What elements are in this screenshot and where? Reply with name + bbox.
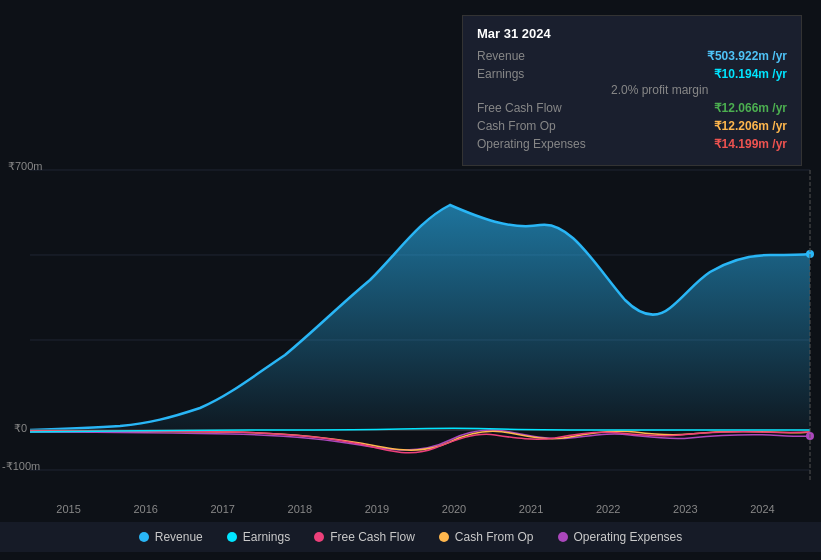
revenue-value: ₹503.922m /yr xyxy=(707,49,787,63)
legend: Revenue Earnings Free Cash Flow Cash Fro… xyxy=(0,522,821,552)
x-label-2024: 2024 xyxy=(750,503,774,515)
y-axis-0: ₹0 xyxy=(14,422,27,435)
legend-label-revenue: Revenue xyxy=(155,530,203,544)
fcf-value: ₹12.066m /yr xyxy=(714,101,787,115)
cfo-value: ₹12.206m /yr xyxy=(714,119,787,133)
earnings-value: ₹10.194m /yr xyxy=(714,67,787,81)
legend-label-earnings: Earnings xyxy=(243,530,290,544)
revenue-label: Revenue xyxy=(477,49,607,63)
legend-dot-cfo xyxy=(439,532,449,542)
legend-label-fcf: Free Cash Flow xyxy=(330,530,415,544)
y-axis-700: ₹700m xyxy=(8,160,43,173)
fcf-row: Free Cash Flow ₹12.066m /yr xyxy=(477,101,787,115)
x-label-2022: 2022 xyxy=(596,503,620,515)
legend-dot-fcf xyxy=(314,532,324,542)
legend-dot-revenue xyxy=(139,532,149,542)
legend-fcf[interactable]: Free Cash Flow xyxy=(314,530,415,544)
profit-margin-row: 2.0% profit margin xyxy=(477,83,787,97)
earnings-row: Earnings ₹10.194m /yr xyxy=(477,67,787,81)
x-label-2018: 2018 xyxy=(288,503,312,515)
legend-earnings[interactable]: Earnings xyxy=(227,530,290,544)
x-axis: 2015 2016 2017 2018 2019 2020 2021 2022 … xyxy=(0,503,821,515)
x-label-2017: 2017 xyxy=(210,503,234,515)
earnings-label: Earnings xyxy=(477,67,607,81)
tooltip-box: Mar 31 2024 Revenue ₹503.922m /yr Earnin… xyxy=(462,15,802,166)
fcf-label: Free Cash Flow xyxy=(477,101,607,115)
legend-revenue[interactable]: Revenue xyxy=(139,530,203,544)
opex-row: Operating Expenses ₹14.199m /yr xyxy=(477,137,787,151)
cfo-label: Cash From Op xyxy=(477,119,607,133)
legend-dot-earnings xyxy=(227,532,237,542)
profit-margin: 2.0% profit margin xyxy=(611,83,708,97)
x-label-2015: 2015 xyxy=(56,503,80,515)
tooltip-date: Mar 31 2024 xyxy=(477,26,787,41)
legend-label-cfo: Cash From Op xyxy=(455,530,534,544)
x-label-2020: 2020 xyxy=(442,503,466,515)
opex-label: Operating Expenses xyxy=(477,137,607,151)
x-label-2021: 2021 xyxy=(519,503,543,515)
legend-cfo[interactable]: Cash From Op xyxy=(439,530,534,544)
legend-opex[interactable]: Operating Expenses xyxy=(558,530,683,544)
x-label-2019: 2019 xyxy=(365,503,389,515)
cfo-row: Cash From Op ₹12.206m /yr xyxy=(477,119,787,133)
x-label-2023: 2023 xyxy=(673,503,697,515)
legend-dot-opex xyxy=(558,532,568,542)
y-axis-neg100: -₹100m xyxy=(2,460,40,473)
revenue-row: Revenue ₹503.922m /yr xyxy=(477,49,787,63)
opex-value: ₹14.199m /yr xyxy=(714,137,787,151)
legend-label-opex: Operating Expenses xyxy=(574,530,683,544)
x-label-2016: 2016 xyxy=(133,503,157,515)
